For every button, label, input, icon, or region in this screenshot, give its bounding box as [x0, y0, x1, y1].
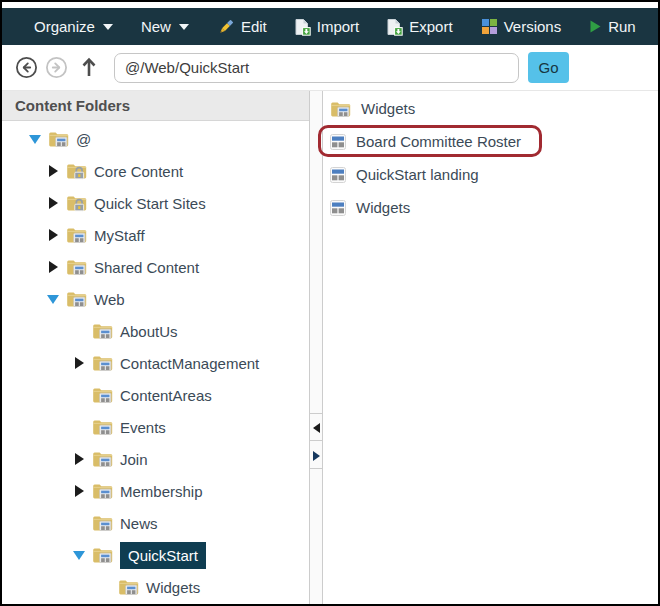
tree-item-events[interactable]: Events	[2, 411, 309, 443]
tree-item-quick-start-sites[interactable]: Quick Start Sites	[2, 187, 309, 219]
import-document-icon	[295, 18, 311, 36]
content-item-list: WidgetsBoard Committee RosterQuickStart …	[323, 91, 658, 604]
list-item-label: Board Committee Roster	[356, 133, 521, 150]
splitter-tick	[310, 468, 322, 469]
run-label: Run	[608, 18, 636, 35]
folder-icon	[92, 514, 113, 532]
panel-splitter[interactable]	[310, 91, 323, 604]
up-level-button[interactable]	[81, 56, 97, 79]
tree-expander	[46, 165, 60, 177]
address-bar: Go	[2, 45, 658, 90]
tree-expander	[72, 357, 86, 369]
export-document-icon	[387, 18, 403, 36]
edit-label: Edit	[241, 18, 267, 35]
list-item-board-committee-roster[interactable]: Board Committee Roster	[323, 125, 658, 158]
caret-right-icon[interactable]	[49, 165, 58, 177]
folder-icon	[66, 258, 87, 276]
content-folders-panel: Content Folders @Core ContentQuick Start…	[2, 91, 310, 604]
caret-right-icon[interactable]	[49, 261, 58, 273]
tree-expander	[46, 197, 60, 209]
edit-button[interactable]: Edit	[217, 18, 267, 36]
export-button[interactable]: Export	[387, 18, 452, 36]
tree-item-label: Web	[94, 291, 125, 308]
toolbar: Organize New Edit Import Export Versions…	[2, 8, 658, 45]
tree-expander	[46, 295, 60, 304]
folder-icon	[92, 354, 113, 372]
back-button[interactable]	[15, 56, 38, 79]
tree-item-[interactable]: @	[2, 123, 309, 155]
collapse-left-arrow-icon[interactable]	[313, 423, 320, 433]
tree-item-label: ContentAreas	[120, 387, 212, 404]
tree-expander	[72, 551, 86, 560]
new-button[interactable]: New	[141, 18, 189, 35]
main-area: Content Folders @Core ContentQuick Start…	[2, 91, 658, 604]
caret-right-icon[interactable]	[75, 357, 84, 369]
folder-icon	[118, 578, 139, 596]
caret-down-icon[interactable]	[29, 135, 41, 144]
caret-down-icon[interactable]	[47, 295, 59, 304]
folder-icon	[92, 418, 113, 436]
organize-button[interactable]: Organize	[34, 18, 113, 35]
collapse-right-arrow-icon[interactable]	[313, 451, 320, 461]
tree-item-contentareas[interactable]: ContentAreas	[2, 379, 309, 411]
tree-item-label: Widgets	[146, 579, 200, 596]
tree-item-core-content[interactable]: Core Content	[2, 155, 309, 187]
folder-icon	[92, 386, 113, 404]
table-icon	[330, 167, 346, 183]
run-button[interactable]: Run	[589, 18, 636, 35]
tree-item-membership[interactable]: Membership	[2, 475, 309, 507]
tree-item-label: AboutUs	[120, 323, 178, 340]
tree-item-label: QuickStart	[120, 542, 206, 569]
tree-item-label: Core Content	[94, 163, 183, 180]
tree-item-label: ContactManagement	[120, 355, 259, 372]
tree-item-label: @	[76, 131, 91, 148]
path-input[interactable]	[114, 53, 519, 83]
tree-expander	[46, 261, 60, 273]
caret-right-icon[interactable]	[49, 197, 58, 209]
tree-item-mystaff[interactable]: MyStaff	[2, 219, 309, 251]
caret-right-icon[interactable]	[49, 229, 58, 241]
tree-expander	[46, 229, 60, 241]
list-item-widgets[interactable]: Widgets	[323, 191, 658, 224]
versions-label: Versions	[504, 18, 562, 35]
folder-icon	[330, 100, 351, 118]
tree-item-label: Quick Start Sites	[94, 195, 206, 212]
tree-item-label: MyStaff	[94, 227, 145, 244]
export-label: Export	[409, 18, 452, 35]
folder-lock-icon	[66, 194, 87, 212]
splitter-tick	[310, 440, 322, 441]
forward-button[interactable]	[45, 56, 68, 79]
caret-right-icon[interactable]	[75, 485, 84, 497]
list-item-quickstart-landing[interactable]: QuickStart landing	[323, 158, 658, 191]
caret-down-icon[interactable]	[73, 551, 85, 560]
versions-button[interactable]: Versions	[481, 18, 562, 35]
list-item-label: Widgets	[356, 199, 410, 216]
table-icon	[330, 200, 346, 216]
tree-item-label: Shared Content	[94, 259, 199, 276]
folder-icon	[66, 226, 87, 244]
tree-item-label: Events	[120, 419, 166, 436]
folder-icon	[92, 546, 113, 564]
tree-item-news[interactable]: News	[2, 507, 309, 539]
caret-down-icon	[179, 24, 189, 30]
caret-down-icon	[103, 24, 113, 30]
tree-item-shared-content[interactable]: Shared Content	[2, 251, 309, 283]
tree-item-aboutus[interactable]: AboutUs	[2, 315, 309, 347]
caret-right-icon[interactable]	[75, 453, 84, 465]
tree-item-contactmanagement[interactable]: ContactManagement	[2, 347, 309, 379]
app-window: Organize New Edit Import Export Versions…	[0, 0, 660, 606]
pencil-icon	[217, 18, 235, 36]
list-item-label: QuickStart landing	[356, 166, 479, 183]
table-icon	[330, 134, 346, 150]
folder-icon	[92, 482, 113, 500]
tree-item-web[interactable]: Web	[2, 283, 309, 315]
versions-grid-icon	[481, 18, 498, 35]
import-button[interactable]: Import	[295, 18, 360, 36]
tree-item-join[interactable]: Join	[2, 443, 309, 475]
new-label: New	[141, 18, 171, 35]
tree-item-quickstart[interactable]: QuickStart	[2, 539, 309, 571]
tree-item-widgets[interactable]: Widgets	[2, 571, 309, 603]
tree-expander	[28, 135, 42, 144]
list-item-widgets[interactable]: Widgets	[323, 92, 658, 125]
go-button[interactable]: Go	[528, 52, 569, 83]
